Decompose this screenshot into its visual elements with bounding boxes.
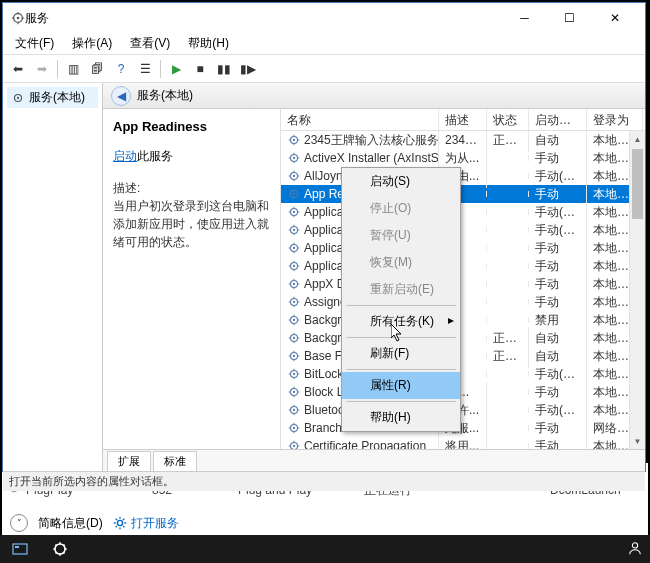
service-icon — [287, 331, 301, 345]
properties-icon[interactable]: ☰ — [134, 58, 156, 80]
statusbar: 打开当前所选内容的属性对话框。 — [3, 471, 645, 491]
background-footer: ˅ 简略信息(D) 打开服务 — [2, 511, 648, 535]
menu-item-3[interactable]: 帮助(H) — [180, 33, 237, 54]
start-icon[interactable]: ▶ — [165, 58, 187, 80]
service-state — [487, 371, 529, 377]
svg-point-42 — [293, 445, 295, 447]
gear-icon — [113, 516, 127, 530]
service-state — [487, 317, 529, 323]
ctx-item-0[interactable]: 启动(S) — [342, 168, 460, 195]
service-icon — [287, 367, 301, 381]
service-row[interactable]: Certificate Propagation将用...手动本地系统 — [281, 437, 645, 449]
forward-icon[interactable]: ➡ — [31, 58, 53, 80]
open-services-link[interactable]: 打开服务 — [113, 515, 179, 532]
service-icon — [287, 241, 301, 255]
svg-point-38 — [293, 409, 295, 411]
service-state: 正在... — [487, 131, 529, 152]
close-button[interactable]: ✕ — [592, 3, 637, 33]
detail-toggle-label[interactable]: 简略信息(D) — [38, 515, 103, 532]
tab-0[interactable]: 扩展 — [107, 451, 151, 471]
col-header-desc[interactable]: 描述 — [439, 109, 487, 130]
svg-rect-47 — [13, 544, 27, 554]
taskbar-app-1[interactable] — [0, 535, 40, 563]
stop-icon[interactable]: ■ — [189, 58, 211, 80]
menu-item-1[interactable]: 操作(A) — [64, 33, 120, 54]
service-name: 2345王牌输入法核心服务 — [304, 132, 439, 149]
scroll-down-icon[interactable]: ▼ — [630, 433, 645, 449]
help-icon[interactable]: ? — [110, 58, 132, 80]
service-icon — [287, 133, 301, 147]
service-start: 手动 — [529, 435, 587, 450]
service-icon — [287, 151, 301, 165]
service-state — [487, 191, 529, 197]
service-icon — [287, 439, 301, 449]
service-icon — [287, 295, 301, 309]
menu-item-0[interactable]: 文件(F) — [7, 33, 62, 54]
svg-rect-48 — [15, 546, 19, 548]
minimize-button[interactable]: ─ — [502, 3, 547, 33]
maximize-button[interactable]: ☐ — [547, 3, 592, 33]
taskbar-tray[interactable] — [628, 541, 650, 558]
show-hide-icon[interactable]: ▥ — [62, 58, 84, 80]
service-state: 正在... — [487, 345, 529, 368]
collapse-icon[interactable]: ˅ — [10, 514, 28, 532]
svg-point-10 — [293, 157, 295, 159]
service-icon — [287, 403, 301, 417]
col-header-logon[interactable]: 登录为 — [587, 109, 643, 130]
svg-point-18 — [293, 229, 295, 231]
service-icon — [287, 205, 301, 219]
service-state — [487, 443, 529, 449]
service-icon — [287, 187, 301, 201]
service-desc: 将用... — [439, 435, 487, 450]
scroll-up-icon[interactable]: ▲ — [630, 131, 645, 147]
menubar: 文件(F)操作(A)查看(V)帮助(H) — [3, 33, 645, 55]
service-state — [487, 227, 529, 233]
service-icon — [287, 223, 301, 237]
ctx-item-6[interactable]: 所有任务(K) — [342, 308, 460, 335]
tree-sidebar: 服务(本地) — [3, 83, 103, 471]
pause-icon[interactable]: ▮▮ — [213, 58, 235, 80]
restart-icon[interactable]: ▮▶ — [237, 58, 259, 80]
ctx-item-2: 暂停(U) — [342, 222, 460, 249]
tree-root-services[interactable]: 服务(本地) — [7, 87, 98, 108]
service-icon — [287, 169, 301, 183]
service-icon — [287, 385, 301, 399]
detail-pane: App Readiness 启动此服务 描述: 当用户初次登录到这台电脑和添加新… — [103, 109, 281, 449]
ctx-item-1: 停止(O) — [342, 195, 460, 222]
svg-point-6 — [17, 96, 19, 98]
svg-point-16 — [293, 211, 295, 213]
taskbar-app-2[interactable] — [40, 535, 80, 563]
tab-1[interactable]: 标准 — [153, 451, 197, 471]
col-header-state[interactable]: 状态 — [487, 109, 529, 130]
service-state — [487, 173, 529, 179]
svg-point-14 — [293, 193, 295, 195]
back-icon[interactable]: ⬅ — [7, 58, 29, 80]
ctx-item-8[interactable]: 刷新(F) — [342, 340, 460, 367]
ctx-item-10[interactable]: 属性(R) — [342, 372, 460, 399]
main-header-title: 服务(本地) — [137, 87, 193, 104]
user-icon — [628, 541, 642, 555]
context-menu: 启动(S)停止(O)暂停(U)恢复(M)重新启动(E)所有任务(K)刷新(F)属… — [341, 167, 461, 432]
nav-back-icon[interactable]: ◀ — [111, 86, 131, 106]
scroll-thumb[interactable] — [632, 149, 643, 219]
menu-item-2[interactable]: 查看(V) — [122, 33, 178, 54]
service-name: Certificate Propagation — [304, 439, 426, 449]
vertical-scrollbar[interactable]: ▲ ▼ — [629, 131, 645, 449]
titlebar: 服务 ─ ☐ ✕ — [3, 3, 645, 33]
svg-point-2 — [117, 520, 122, 525]
col-header-start[interactable]: 启动类型 — [529, 109, 587, 130]
ctx-item-12[interactable]: 帮助(H) — [342, 404, 460, 431]
svg-point-40 — [293, 427, 295, 429]
col-header-name[interactable]: 名称 — [281, 109, 439, 130]
selected-service-name: App Readiness — [113, 119, 270, 134]
gear-icon — [11, 91, 25, 105]
export-icon[interactable]: 🗐 — [86, 58, 108, 80]
svg-point-30 — [293, 337, 295, 339]
svg-point-24 — [293, 283, 295, 285]
list-header: 名称 描述 状态 启动类型 登录为 — [281, 109, 645, 131]
svg-point-20 — [293, 247, 295, 249]
service-state — [487, 209, 529, 215]
svg-point-22 — [293, 265, 295, 267]
service-state — [487, 407, 529, 413]
start-service-link[interactable]: 启动 — [113, 149, 137, 163]
